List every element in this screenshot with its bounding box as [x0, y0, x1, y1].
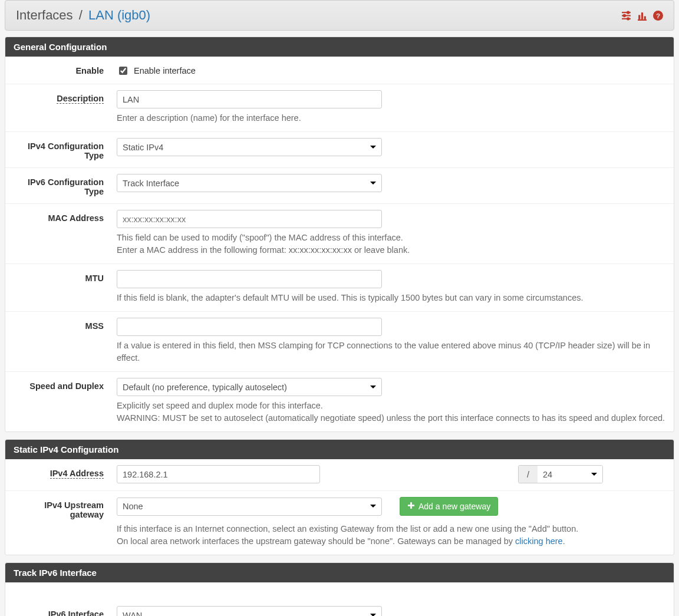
svg-point-4 [624, 14, 625, 16]
svg-rect-7 [638, 15, 640, 19]
panel-track-ipv6: Track IPv6 Interface IPv6 Interface WAN … [5, 562, 674, 616]
label-description: Description [14, 90, 117, 103]
panel-heading-general: General Configuration [5, 37, 674, 57]
label-mtu: MTU [14, 270, 117, 283]
svg-point-5 [627, 18, 629, 19]
svg-rect-8 [641, 12, 643, 19]
svg-point-3 [627, 11, 629, 13]
help-description: Enter a description (name) for the inter… [117, 112, 665, 124]
svg-rect-6 [638, 19, 647, 20]
ipv4-type-select[interactable]: Static IPv4 [117, 138, 382, 156]
label-mss: MSS [14, 318, 117, 331]
mtu-input[interactable] [117, 270, 382, 288]
label-enable: Enable [14, 62, 117, 75]
label-ipv6-interface: IPv6 Interface [14, 606, 117, 616]
ipv6-type-select[interactable]: Track Interface [117, 174, 382, 192]
help-mtu: If this field is blank, the adapter's de… [117, 292, 665, 304]
gateway-manage-link[interactable]: clicking here [515, 536, 563, 546]
add-gateway-button[interactable]: Add a new gateway [400, 497, 498, 516]
ipv4-gateway-select[interactable]: None [117, 498, 382, 516]
plus-icon [407, 502, 415, 511]
mss-input[interactable] [117, 318, 382, 336]
help-ipv4-gateway: If this interface is an Internet connect… [117, 523, 665, 548]
panel-heading-static-ipv4: Static IPv4 Configuration [5, 440, 674, 459]
enable-checkbox-label: Enable interface [134, 66, 196, 75]
panel-static-ipv4: Static IPv4 Configuration IPv4 Address /… [5, 439, 674, 555]
ipv4-address-input[interactable] [117, 465, 320, 483]
breadcrumb-active[interactable]: LAN (igb0) [88, 8, 150, 22]
label-speed: Speed and Duplex [14, 378, 117, 391]
description-input[interactable] [117, 90, 382, 108]
mac-input[interactable] [117, 210, 382, 228]
label-ipv4-gateway: IPv4 Upstream gateway [14, 497, 117, 519]
breadcrumb: Interfaces / LAN (igb0) [16, 8, 150, 23]
enable-checkbox[interactable] [119, 67, 127, 75]
help-mac: This field can be used to modify ("spoof… [117, 232, 665, 256]
sliders-icon[interactable] [621, 11, 631, 21]
breadcrumb-separator: / [79, 8, 83, 22]
svg-rect-9 [644, 16, 646, 19]
breadcrumb-root[interactable]: Interfaces [16, 8, 73, 22]
label-ipv4-type: IPv4 Configuration Type [14, 138, 117, 160]
cidr-select[interactable]: 24 [538, 466, 602, 483]
page-header: Interfaces / LAN (igb0) ? [5, 0, 674, 31]
label-ipv6-type: IPv6 Configuration Type [14, 174, 117, 196]
speed-select[interactable]: Default (no preference, typically autose… [117, 378, 382, 396]
cidr-slash: / [519, 466, 538, 483]
help-icon[interactable]: ? [653, 11, 663, 21]
panel-general: General Configuration Enable Enable inte… [5, 37, 674, 432]
panel-heading-track-ipv6: Track IPv6 Interface [5, 563, 674, 582]
help-mss: If a value is entered in this field, the… [117, 340, 665, 364]
add-gateway-label: Add a new gateway [418, 502, 490, 511]
ipv6-interface-select[interactable]: WAN [117, 606, 382, 616]
label-ipv4-address: IPv4 Address [14, 465, 117, 478]
bar-chart-icon[interactable] [637, 11, 647, 21]
label-mac: MAC Address [14, 210, 117, 223]
help-speed: Explicitly set speed and duplex mode for… [117, 400, 665, 424]
svg-text:?: ? [656, 11, 660, 19]
